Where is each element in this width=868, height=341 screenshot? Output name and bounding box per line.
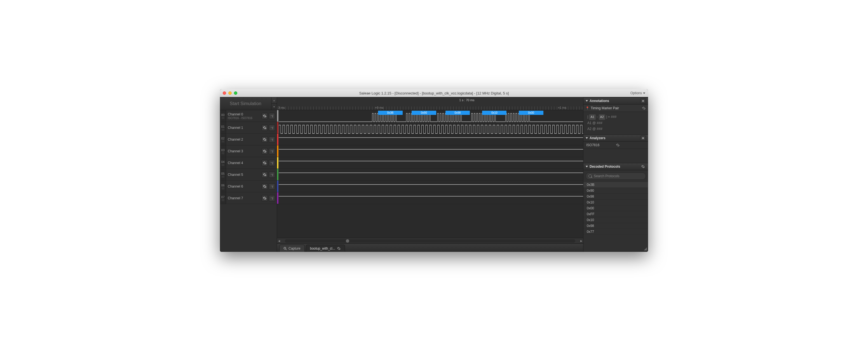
gear-icon[interactable]: [261, 113, 268, 119]
channel-color-strip: [277, 145, 278, 157]
tab-capture[interactable]: Capture: [279, 245, 305, 252]
start-sim-stepper: ▲ ▼: [271, 97, 277, 110]
add-annotation-button[interactable]: +: [640, 98, 646, 103]
gear-icon[interactable]: [642, 106, 646, 110]
protocol-item[interactable]: 0x3B: [583, 182, 648, 188]
channel-row: 06▒▒▒ Channel 6 ⁺⨍: [220, 180, 277, 192]
channel-label: Channel 4: [228, 161, 260, 165]
gear-icon[interactable]: [261, 148, 268, 154]
chevron-down-icon: [586, 166, 588, 167]
decoded-byte-label[interactable]: 0x98: [445, 111, 470, 115]
decoded-byte-label[interactable]: 0x10: [482, 111, 507, 115]
a2-value: A2 @ ###: [587, 126, 644, 132]
waveform-area: 1 s : 70 ms 3 ms +9 ms +1 ms 0x3B0x900x9…: [277, 97, 583, 252]
tab-bar: Capture bootup_with_cl...: [277, 243, 583, 252]
panel-title: Decoded Protocols: [590, 165, 620, 169]
waveform-row[interactable]: [277, 134, 583, 145]
waveform-row[interactable]: [277, 180, 583, 192]
protocol-item[interactable]: 0x00: [583, 205, 648, 211]
trigger-icon[interactable]: ⁺⨍: [269, 113, 275, 119]
zoom-icon[interactable]: [234, 92, 237, 95]
tab-label: Capture: [288, 246, 301, 250]
protocol-item[interactable]: 0x90: [583, 188, 648, 194]
trigger-icon[interactable]: ⁺⨍: [269, 125, 275, 131]
chevron-down-icon: [586, 137, 588, 139]
gear-icon[interactable]: [616, 143, 646, 147]
protocol-item[interactable]: 0x10: [583, 200, 648, 205]
ruler-tick: +9 ms: [375, 106, 383, 109]
waveform-row[interactable]: 0x3B0x900x980x100x00: [277, 110, 583, 122]
stepper-down-icon[interactable]: ▼: [272, 104, 277, 110]
analyzer-item[interactable]: ISO7816: [583, 142, 648, 149]
analyzers-header[interactable]: Analyzers +: [583, 134, 648, 142]
channel-number: 04▒▒▒: [220, 157, 226, 169]
search-protocols-input[interactable]: Search Protocols: [586, 172, 646, 180]
protocol-item[interactable]: 0x10: [583, 217, 648, 223]
horizontal-scrollbar[interactable]: ◀ ▶: [277, 238, 583, 243]
gear-icon[interactable]: [261, 195, 268, 201]
trigger-icon[interactable]: ⁺⨍: [269, 183, 275, 190]
waveform-row[interactable]: [277, 145, 583, 157]
close-icon[interactable]: [223, 92, 226, 95]
decoded-byte-label[interactable]: 0x3B: [378, 111, 403, 115]
protocol-item[interactable]: 0x77: [583, 229, 648, 235]
a2-badge: A2: [599, 114, 605, 120]
tab-label: bootup_with_cl...: [310, 246, 335, 250]
options-menu[interactable]: Options: [630, 91, 645, 95]
waveform-rows[interactable]: 0x3B0x900x980x100x00: [277, 110, 583, 238]
protocol-item[interactable]: 0x98: [583, 223, 648, 229]
annotations-header[interactable]: Annotations +: [583, 97, 648, 105]
decoded-byte-label[interactable]: 0x00: [519, 111, 544, 115]
channel-number: 06▒▒▒: [220, 180, 226, 192]
channel-row: 03▒▒▒ Channel 3 ⁺⨍: [220, 145, 277, 157]
scroll-left-icon[interactable]: ◀: [277, 240, 281, 242]
trigger-icon[interactable]: ⁺⨍: [269, 160, 275, 166]
chevron-down-icon: [586, 100, 588, 102]
gear-icon[interactable]: [261, 160, 268, 166]
ruler-tick: 3 ms: [278, 106, 285, 109]
channel-number: 07▒▒▒: [220, 192, 226, 204]
analyzer-name: ISO7816: [586, 143, 616, 147]
trigger-icon[interactable]: ⁺⨍: [269, 148, 275, 154]
timing-marker-row[interactable]: 📍 Timing Marker Pair: [583, 105, 648, 112]
add-analyzer-button[interactable]: +: [640, 136, 646, 141]
decoded-byte-label[interactable]: 0x90: [412, 111, 436, 115]
waveform-row[interactable]: [277, 169, 583, 180]
scroll-track[interactable]: [285, 239, 575, 243]
tab-file[interactable]: bootup_with_cl...: [306, 245, 345, 252]
channel-label: Channel 5: [228, 173, 260, 177]
channel-label: Channel 0ISO7816 - ISO7816: [228, 112, 260, 120]
scroll-thumb[interactable]: [346, 239, 349, 243]
waveform-row[interactable]: [277, 122, 583, 134]
channel-number: 01▒▒▒: [220, 122, 226, 133]
gear-icon[interactable]: [261, 125, 268, 131]
protocol-item[interactable]: 0x98: [583, 194, 648, 200]
a1-badge: A1: [589, 114, 595, 120]
channel-sidebar: Start Simulation ▲ ▼ 00▒▒▒ Channel 0ISO7…: [220, 97, 277, 252]
stepper-up-icon[interactable]: ▲: [272, 97, 277, 104]
gear-icon[interactable]: [337, 246, 341, 250]
titlebar: Saleae Logic 1.2.15 - [Disconnected] - […: [220, 89, 648, 97]
decoded-protocols-header[interactable]: Decoded Protocols: [583, 163, 648, 170]
minimize-icon[interactable]: [228, 92, 232, 95]
waveform-row[interactable]: [277, 157, 583, 169]
channel-row: 01▒▒▒ Channel 1 ⁺⨍: [220, 122, 277, 134]
gear-icon[interactable]: [261, 183, 268, 190]
channel-color-strip: [277, 134, 278, 145]
gear-icon[interactable]: [640, 164, 646, 169]
time-ruler[interactable]: 1 s : 70 ms 3 ms +9 ms +1 ms: [277, 97, 583, 110]
gear-icon[interactable]: [261, 136, 268, 142]
ruler-tick: +1 ms: [558, 106, 566, 109]
main-body: Start Simulation ▲ ▼ 00▒▒▒ Channel 0ISO7…: [220, 97, 648, 252]
options-label: Options: [630, 91, 642, 95]
protocol-item[interactable]: 0xFF: [583, 211, 648, 217]
gear-icon[interactable]: [261, 172, 268, 178]
cursor-position: 1 s : 70 ms: [459, 98, 474, 102]
trigger-icon[interactable]: ⁺⨍: [269, 172, 275, 178]
protocol-list: 0x3B0x900x980x100x000xFF0x100x980x77: [583, 182, 648, 252]
start-simulation-button[interactable]: Start Simulation: [220, 97, 271, 110]
trigger-icon[interactable]: ⁺⨍: [269, 195, 275, 201]
scroll-right-icon[interactable]: ▶: [579, 240, 583, 242]
waveform-row[interactable]: [277, 192, 583, 204]
trigger-icon[interactable]: ⁺⨍: [269, 136, 275, 142]
